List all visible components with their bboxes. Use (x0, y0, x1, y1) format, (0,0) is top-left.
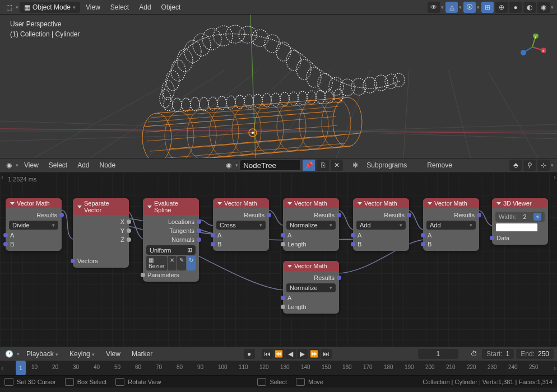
magnet-icon[interactable]: ⚲ (523, 160, 536, 171)
collapse-icon[interactable] (287, 265, 292, 268)
editor-type-icon[interactable]: 🕐 (3, 348, 15, 360)
play-icon[interactable]: ▶ (297, 349, 308, 359)
view-menu[interactable]: View (81, 3, 105, 11)
axis-gizmo-icon[interactable]: x y (519, 34, 546, 60)
node-3d-viewer[interactable]: 3D Viewer Width: 2 ⎆ Data (492, 198, 548, 245)
chevron-down-icon[interactable]: ▾ (551, 162, 554, 168)
node-separate-vector[interactable]: Separate Vector X Y Z Vectors (73, 198, 129, 268)
preview-range-icon[interactable]: ⏱ (468, 348, 480, 360)
node-add-menu[interactable]: Add (73, 161, 94, 169)
nodetree-name-input[interactable] (239, 160, 301, 171)
collapse-icon[interactable] (496, 202, 501, 205)
remove-button[interactable]: Remove (423, 161, 457, 169)
unlink-x-icon[interactable]: ✕ (331, 160, 343, 171)
prev-key-icon[interactable]: ⏪ (273, 349, 285, 359)
eyedropper-icon[interactable]: ✎ (177, 256, 186, 270)
jump-start-icon[interactable]: ⏮ (262, 349, 273, 359)
snap-icon[interactable]: ⬘ (509, 160, 522, 171)
jump-end-icon[interactable]: ⏭ (321, 349, 332, 359)
operation-dropdown[interactable]: Normalize▾ (286, 221, 336, 230)
chevron-down-icon: ▾ (73, 4, 76, 10)
left-scroll-caret-icon[interactable]: ‹ (1, 174, 3, 181)
right-scroll-caret-icon[interactable]: › (554, 174, 556, 181)
object-menu[interactable]: Object (157, 3, 185, 11)
collapse-icon[interactable] (287, 202, 292, 205)
collapse-icon[interactable] (77, 206, 82, 208)
snap-type-icon[interactable]: ⊹ (537, 160, 550, 171)
chevron-down-icon[interactable]: ▾ (477, 4, 480, 10)
playhead[interactable]: 1 (16, 361, 26, 375)
chevron-down-icon[interactable]: ▾ (459, 4, 462, 10)
add-menu[interactable]: Add (134, 3, 155, 11)
chevron-down-icon[interactable]: ▾ (17, 351, 20, 357)
solid-shading-icon[interactable]: ● (509, 2, 522, 13)
node-editor-canvas[interactable]: ‹ › 1.2524 ms Vector Math Results Divide… (0, 172, 557, 346)
play-rev-icon[interactable]: ◀ (285, 349, 296, 359)
width-field[interactable]: Width: 2 ⎆ (495, 212, 545, 222)
collapse-icon[interactable] (428, 202, 432, 205)
operation-dropdown[interactable]: Add▾ (356, 221, 406, 230)
sb-move: Move (308, 379, 323, 385)
svg-point-14 (142, 113, 171, 158)
marker-menu[interactable]: Marker (127, 350, 157, 358)
socket-parameters: Parameters (146, 270, 196, 279)
collapse-icon[interactable] (217, 202, 222, 205)
collapse-icon[interactable] (147, 206, 152, 208)
color-swatch[interactable] (495, 223, 538, 232)
node-vector-math-normalize-2[interactable]: Vector Math Results Normalize▾ A Length (283, 261, 339, 314)
current-frame-field[interactable]: 1 (418, 349, 458, 359)
chevron-down-icon[interactable]: ▾ (551, 4, 554, 10)
autokey-icon[interactable]: ● (244, 349, 255, 359)
next-key-icon[interactable]: ⏩ (309, 349, 320, 359)
render-shading-icon[interactable]: ◉ (537, 2, 550, 13)
timeline-tick: 120 (259, 364, 269, 370)
nodetree-type-icon[interactable]: ◉ (223, 160, 234, 171)
viewport-3d[interactable]: User Perspective (1) Collection | Cylind… (0, 15, 557, 158)
link-icon[interactable]: ⎆ (533, 213, 541, 221)
overlay-icon[interactable]: ⦿ (463, 2, 476, 13)
node-vector-math-add-2[interactable]: Vector Math Results Add▾ A B (423, 198, 479, 251)
spline-picker[interactable]: ▦ Bezier (146, 256, 167, 270)
refresh-icon[interactable]: ↻ (187, 256, 196, 270)
playback-menu[interactable]: Playback ▾ (22, 350, 63, 358)
chevron-down-icon[interactable]: ▾ (235, 162, 238, 168)
operation-dropdown[interactable]: Cross▾ (216, 221, 266, 230)
node-evaluate-spline[interactable]: Evaluate Spline Locations Tangents Norma… (143, 198, 199, 282)
wire-shading-icon[interactable]: ⊕ (495, 2, 508, 13)
mouse-right-icon (257, 378, 266, 386)
select-menu[interactable]: Select (106, 3, 133, 11)
timeline-ruler[interactable]: ‹ › 1 1020304050607080901001101201301401… (0, 361, 557, 375)
start-frame-field[interactable]: Start:1 (482, 349, 514, 359)
gizmo-icon[interactable]: ◬ (445, 2, 458, 13)
operation-dropdown[interactable]: Divide▾ (9, 221, 58, 230)
clear-icon[interactable]: ✕ (168, 256, 177, 270)
end-frame-field[interactable]: End:250 (516, 349, 554, 359)
node-vector-math-normalize-1[interactable]: Vector Math Results Normalize▾ A Length (283, 198, 339, 251)
editor-type-icon[interactable]: ⬚ (3, 2, 15, 13)
subprograms-button[interactable]: Subprograms (362, 161, 411, 169)
resolution-dropdown[interactable]: Uniform⊞ (146, 245, 196, 255)
chevron-down-icon[interactable]: ▾ (16, 162, 18, 168)
tl-view-menu[interactable]: View (101, 350, 125, 358)
selectability-icon[interactable]: 👁 (428, 2, 440, 13)
operation-dropdown[interactable]: Normalize▾ (286, 283, 336, 292)
node-vector-math-cross[interactable]: Vector Math Results Cross▾ A B (213, 198, 269, 251)
keying-menu[interactable]: Keying ▾ (65, 350, 99, 358)
editor-type-chevron-icon[interactable]: ▾ (16, 4, 18, 10)
chevron-down-icon[interactable]: ▾ (441, 4, 444, 10)
node-node-menu[interactable]: Node (95, 161, 120, 169)
node-select-menu[interactable]: Select (44, 161, 72, 169)
collapse-icon[interactable] (358, 202, 362, 205)
pin-icon[interactable]: 📌 (303, 160, 315, 171)
operation-dropdown[interactable]: Add▾ (426, 221, 476, 230)
node-vector-math-add-1[interactable]: Vector Math Results Add▾ A B (353, 198, 409, 251)
node-view-menu[interactable]: View (20, 161, 43, 169)
duplicate-icon[interactable]: ⎘ (317, 160, 329, 171)
xray-icon[interactable]: ⊞ (481, 2, 494, 13)
editor-type-icon[interactable]: ◉ (3, 160, 15, 171)
mode-dropdown[interactable]: ▦ Object Mode ▾ (20, 2, 80, 13)
cube-icon: ▦ (24, 3, 30, 11)
matprev-shading-icon[interactable]: ◐ (523, 2, 536, 13)
node-vector-math-divide[interactable]: Vector Math Results Divide▾ A B (6, 198, 62, 251)
collapse-icon[interactable] (10, 202, 15, 205)
